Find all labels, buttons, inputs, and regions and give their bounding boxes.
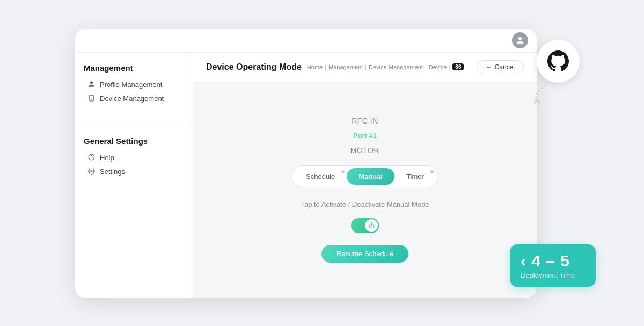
github-badge bbox=[537, 40, 580, 83]
breadcrumb-sep-4: | bbox=[449, 64, 450, 70]
content-area: Management Profile Management Device Man… bbox=[75, 53, 537, 298]
manual-toggle-switch[interactable]: ⏻ bbox=[351, 218, 379, 233]
github-icon bbox=[545, 48, 571, 74]
port-label: Port #1 bbox=[353, 132, 377, 140]
general-settings-title: General Settings bbox=[84, 136, 184, 146]
sidebar-item-settings[interactable]: Settings bbox=[84, 165, 184, 179]
avatar[interactable] bbox=[512, 32, 528, 48]
mode-toggle-group: Schedule Manual Timer bbox=[291, 165, 438, 187]
switch-container: ⏻ bbox=[351, 218, 379, 233]
profile-management-label: Profile Management bbox=[100, 81, 162, 89]
sidebar-item-profile-management[interactable]: Profile Management bbox=[84, 78, 184, 92]
svg-rect-0 bbox=[89, 95, 93, 101]
manual-label: Manual bbox=[358, 172, 383, 180]
svg-point-4 bbox=[90, 170, 92, 171]
manual-button[interactable]: Manual bbox=[347, 168, 394, 185]
switch-knob: ⏻ bbox=[365, 219, 378, 232]
breadcrumb: Home | Management | Device Management | … bbox=[307, 63, 464, 70]
cancel-arrow: ← bbox=[486, 63, 492, 71]
mode-instruction: Tap to Activate / Deactivate Manual Mode bbox=[301, 200, 429, 208]
browser-card: Management Profile Management Device Man… bbox=[75, 29, 537, 298]
page-title: Device Operating Mode bbox=[206, 62, 302, 72]
resume-schedule-button[interactable]: Resume Schedule bbox=[321, 245, 408, 263]
deployment-label: Deployment Time bbox=[521, 271, 585, 279]
help-label: Help bbox=[100, 154, 114, 162]
motor-label: MOTOR bbox=[350, 146, 379, 155]
breadcrumb-sep-3: | bbox=[425, 64, 427, 70]
schedule-dot bbox=[341, 170, 345, 173]
settings-icon bbox=[87, 168, 96, 176]
profile-icon bbox=[87, 81, 96, 89]
sidebar-divider bbox=[84, 121, 184, 121]
breadcrumb-management: Management bbox=[328, 64, 363, 70]
breadcrumb-home: Home bbox=[307, 64, 323, 70]
sidebar-section-management: Management Profile Management Device Man… bbox=[84, 63, 184, 106]
header-left: Device Operating Mode Home | Management … bbox=[206, 62, 464, 72]
breadcrumb-sep-2: | bbox=[365, 64, 367, 70]
device-icon bbox=[87, 95, 96, 103]
breadcrumb-device-management: Device Management bbox=[369, 64, 423, 70]
page-header: Device Operating Mode Home | Management … bbox=[193, 53, 537, 82]
help-icon bbox=[87, 154, 96, 162]
power-icon: ⏻ bbox=[369, 222, 375, 229]
breadcrumb-sep-1: | bbox=[325, 64, 326, 70]
timer-dot bbox=[430, 170, 434, 173]
device-name: RFC IN bbox=[352, 117, 378, 125]
sidebar: Management Profile Management Device Man… bbox=[75, 53, 193, 298]
deployment-badge: ‹ 4 – 5 Deployment Time bbox=[510, 244, 596, 287]
timer-button[interactable]: Timer bbox=[394, 168, 436, 185]
cancel-button[interactable]: ← Cancel bbox=[477, 60, 524, 74]
breadcrumb-number: 86 bbox=[452, 63, 464, 70]
sidebar-item-device-management[interactable]: Device Management bbox=[84, 92, 184, 106]
top-bar bbox=[75, 29, 537, 53]
schedule-label: Schedule bbox=[306, 172, 335, 180]
sidebar-item-help[interactable]: Help bbox=[84, 151, 184, 165]
timer-label: Timer bbox=[406, 172, 424, 180]
management-title: Management bbox=[84, 63, 184, 73]
main-panel: Device Operating Mode Home | Management … bbox=[193, 53, 537, 298]
breadcrumb-device: Device bbox=[429, 64, 447, 70]
schedule-button[interactable]: Schedule bbox=[294, 168, 347, 185]
sidebar-section-general: General Settings Help Settings bbox=[84, 136, 184, 179]
device-management-label: Device Management bbox=[100, 95, 164, 103]
deployment-number: ‹ 4 – 5 bbox=[521, 252, 585, 270]
settings-label: Settings bbox=[100, 168, 125, 176]
main-content: RFC IN Port #1 MOTOR Schedule Manual bbox=[193, 82, 537, 298]
cancel-label: Cancel bbox=[495, 63, 515, 71]
